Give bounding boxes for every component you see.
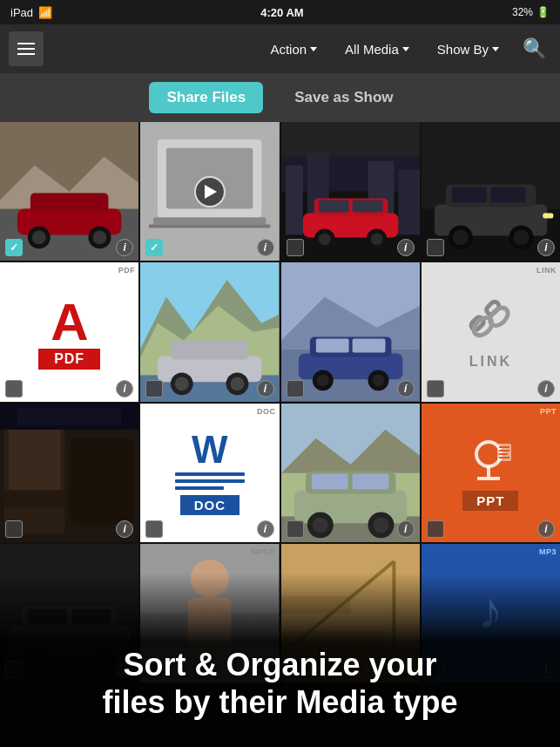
ppt-label: PPT — [462, 491, 518, 511]
svg-rect-47 — [171, 341, 249, 360]
action-dropdown-button[interactable]: Action — [260, 33, 327, 65]
show-by-caret-icon — [492, 47, 499, 51]
svg-rect-71 — [9, 420, 61, 490]
info-button-15[interactable]: i — [537, 661, 555, 678]
checkbox-7[interactable] — [427, 380, 444, 397]
info-button-9[interactable]: i — [257, 520, 274, 538]
svg-point-85 — [312, 517, 327, 533]
type-badge-4: PDF — [118, 266, 136, 275]
svg-rect-20 — [398, 170, 420, 235]
checkbox-6[interactable] — [287, 380, 304, 397]
share-files-label: Share Files — [166, 89, 246, 106]
pdf-label: PDF — [38, 349, 100, 370]
svg-rect-57 — [315, 339, 348, 353]
checkbox-5[interactable] — [145, 380, 163, 397]
grid-item-0[interactable]: i — [0, 122, 138, 261]
svg-rect-106 — [188, 597, 232, 649]
status-left: iPad 📶 — [10, 6, 52, 19]
checkbox-14[interactable] — [287, 661, 304, 678]
checkbox-11[interactable] — [427, 520, 444, 538]
svg-point-88 — [476, 442, 501, 466]
checkbox-3[interactable] — [427, 239, 444, 256]
battery-percent: 32% — [512, 6, 533, 18]
grid-item-12[interactable]: i — [0, 544, 138, 682]
grid-item-11[interactable]: PPT PPT i — [422, 404, 560, 542]
svg-point-28 — [370, 233, 382, 245]
grid-item-14[interactable]: i — [281, 544, 420, 682]
svg-point-67 — [487, 305, 511, 329]
type-badge-9: DOC — [257, 407, 276, 416]
checkbox-8[interactable] — [5, 520, 23, 538]
status-right: 32% 🔋 — [512, 6, 550, 18]
info-button-5[interactable]: i — [257, 380, 274, 397]
checkbox-1[interactable] — [145, 239, 163, 256]
show-by-label: Show By — [437, 42, 489, 57]
action-bar: Share Files Save as Show — [0, 73, 560, 122]
all-media-label: All Media — [345, 42, 399, 57]
type-badge-13: MPGE — [251, 547, 276, 556]
svg-rect-58 — [352, 339, 385, 353]
info-button-2[interactable]: i — [397, 239, 415, 256]
grid-item-3[interactable]: i — [422, 122, 560, 261]
all-media-caret-icon — [402, 47, 409, 51]
grid-item-2[interactable]: i — [281, 122, 420, 261]
grid-item-6[interactable]: i — [281, 262, 420, 401]
svg-rect-83 — [352, 473, 388, 489]
info-button-4[interactable]: i — [116, 380, 133, 397]
svg-point-60 — [316, 375, 328, 387]
checkbox-15[interactable] — [427, 661, 444, 678]
svg-rect-4 — [30, 194, 109, 213]
info-button-11[interactable]: i — [537, 520, 555, 538]
grid-item-5[interactable]: i — [140, 262, 279, 401]
svg-point-49 — [175, 377, 189, 391]
all-media-dropdown-button[interactable]: All Media — [334, 33, 420, 65]
device-label: iPad — [10, 6, 33, 19]
checkbox-0[interactable] — [5, 239, 23, 256]
menu-button[interactable] — [9, 31, 44, 66]
show-by-dropdown-button[interactable]: Show By — [427, 33, 509, 65]
search-icon: 🔍 — [523, 37, 546, 60]
svg-rect-23 — [318, 200, 348, 213]
grid-item-7[interactable]: LINK LINK i — [422, 262, 560, 401]
svg-rect-100 — [72, 608, 111, 624]
info-button-7[interactable]: i — [537, 380, 555, 397]
grid-item-10[interactable]: i — [281, 404, 420, 542]
grid-item-4[interactable]: PDF A PDF i — [0, 262, 138, 401]
svg-point-101 — [24, 650, 49, 675]
checkbox-4[interactable] — [5, 380, 23, 397]
info-button-14[interactable]: i — [397, 661, 415, 678]
checkbox-10[interactable] — [287, 520, 304, 538]
search-button[interactable]: 🔍 — [516, 31, 551, 66]
svg-rect-113 — [281, 579, 334, 596]
save-as-show-label: Save as Show — [294, 89, 393, 106]
info-button-10[interactable]: i — [397, 520, 415, 538]
checkbox-2[interactable] — [287, 239, 304, 256]
svg-rect-74 — [17, 407, 121, 424]
grid-item-13[interactable]: MPGE i — [140, 544, 279, 682]
grid-item-9[interactable]: DOC W DOC i — [140, 404, 279, 542]
doc-label: DOC — [180, 495, 240, 515]
svg-rect-24 — [352, 200, 382, 213]
hamburger-icon — [17, 43, 35, 55]
link-label: LINK — [469, 354, 512, 370]
info-button-13[interactable]: i — [257, 661, 274, 678]
svg-point-62 — [372, 375, 384, 387]
svg-text:♪: ♪ — [478, 585, 503, 639]
checkbox-9[interactable] — [145, 520, 163, 538]
save-as-show-tab[interactable]: Save as Show — [277, 82, 410, 113]
svg-point-26 — [318, 233, 330, 245]
grid-item-8[interactable]: i — [0, 404, 138, 542]
checkbox-12[interactable] — [5, 661, 23, 678]
svg-rect-33 — [452, 187, 487, 203]
grid-item-1[interactable]: i — [140, 122, 279, 261]
info-button-1[interactable]: i — [257, 239, 274, 256]
checkbox-13[interactable] — [145, 661, 163, 678]
info-button-8[interactable]: i — [116, 520, 133, 538]
svg-point-38 — [513, 229, 529, 245]
svg-rect-110 — [281, 630, 385, 648]
doc-w-icon: W — [192, 431, 228, 469]
share-files-tab[interactable]: Share Files — [149, 82, 263, 113]
grid-item-15[interactable]: MP3 ♪ i — [422, 544, 560, 682]
svg-text:A: A — [51, 295, 88, 351]
info-button-6[interactable]: i — [397, 380, 415, 397]
